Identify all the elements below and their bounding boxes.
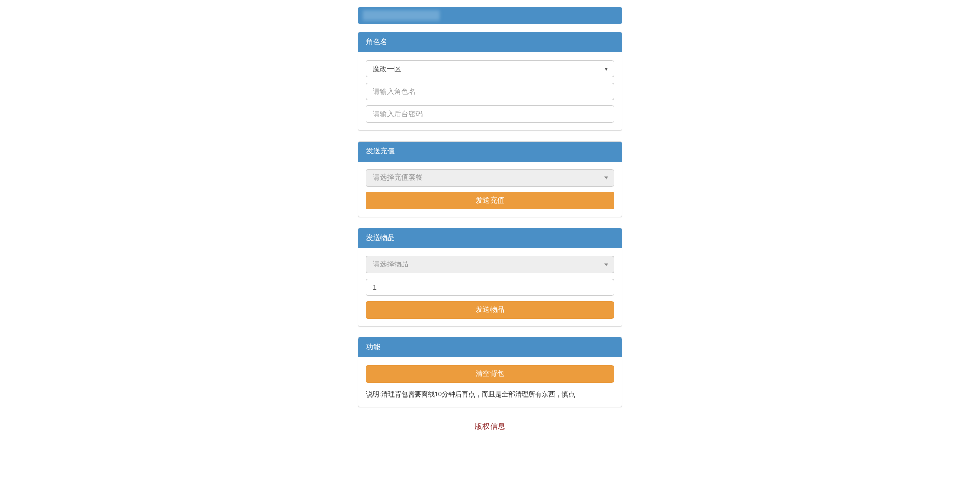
recharge-package-select[interactable]: 请选择充值套餐 xyxy=(366,169,614,187)
top-header-bar xyxy=(358,7,622,24)
item-panel-body: 请选择物品 发送物品 xyxy=(358,248,622,326)
header-blurred-text xyxy=(363,10,440,21)
copyright-info: 版权信息 xyxy=(358,422,622,431)
recharge-panel: 发送充值 请选择充值套餐 发送充值 xyxy=(358,141,622,217)
character-panel-title: 角色名 xyxy=(358,32,622,52)
caret-down-icon xyxy=(604,264,608,266)
send-recharge-button[interactable]: 发送充值 xyxy=(366,192,614,209)
character-panel: 角色名 魔改一区 ▼ xyxy=(358,32,622,131)
item-select[interactable]: 请选择物品 xyxy=(366,256,614,273)
functions-panel-body: 清空背包 说明:清理背包需要离线10分钟后再点，而且是全部清理所有东西，慎点 xyxy=(358,357,622,407)
caret-down-icon xyxy=(604,177,608,180)
main-container: 角色名 魔改一区 ▼ 发送充值 请选择充值套餐 发送充值 发送物品 xyxy=(358,7,622,431)
item-select-placeholder: 请选择物品 xyxy=(373,260,409,268)
item-panel: 发送物品 请选择物品 发送物品 xyxy=(358,228,622,327)
character-panel-body: 魔改一区 ▼ xyxy=(358,52,622,130)
admin-password-input[interactable] xyxy=(366,105,614,123)
functions-panel: 功能 清空背包 说明:清理背包需要离线10分钟后再点，而且是全部清理所有东西，慎… xyxy=(358,337,622,407)
recharge-panel-title: 发送充值 xyxy=(358,142,622,162)
functions-panel-title: 功能 xyxy=(358,337,622,357)
clear-bag-button[interactable]: 清空背包 xyxy=(366,365,614,383)
recharge-select-placeholder: 请选择充值套餐 xyxy=(373,173,423,181)
item-panel-title: 发送物品 xyxy=(358,228,622,248)
recharge-panel-body: 请选择充值套餐 发送充值 xyxy=(358,162,622,217)
send-item-button[interactable]: 发送物品 xyxy=(366,301,614,319)
clear-bag-note: 说明:清理背包需要离线10分钟后再点，而且是全部清理所有东西，慎点 xyxy=(366,390,614,399)
server-select[interactable]: 魔改一区 xyxy=(366,60,614,77)
character-name-input[interactable] xyxy=(366,83,614,100)
item-quantity-input[interactable] xyxy=(366,279,614,296)
